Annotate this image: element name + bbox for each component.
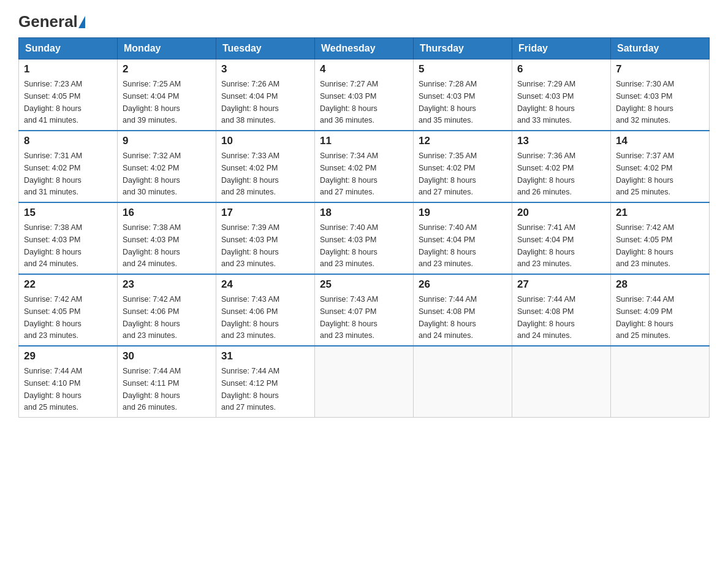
calendar-cell: 14 Sunrise: 7:37 AM Sunset: 4:02 PM Dayl… (611, 131, 710, 202)
day-number: 13 (517, 135, 605, 147)
calendar-cell: 29 Sunrise: 7:44 AM Sunset: 4:10 PM Dayl… (19, 346, 118, 418)
day-number: 12 (419, 135, 507, 147)
day-info: Sunrise: 7:43 AM Sunset: 4:06 PM Dayligh… (221, 295, 279, 340)
day-number: 21 (616, 207, 704, 219)
calendar-cell: 27 Sunrise: 7:44 AM Sunset: 4:08 PM Dayl… (512, 274, 611, 346)
weekday-header-saturday: Saturday (611, 38, 710, 59)
day-number: 8 (24, 135, 112, 147)
day-info: Sunrise: 7:44 AM Sunset: 4:08 PM Dayligh… (419, 295, 477, 340)
day-info: Sunrise: 7:40 AM Sunset: 4:04 PM Dayligh… (419, 223, 477, 268)
day-number: 1 (24, 63, 112, 75)
calendar-cell: 23 Sunrise: 7:42 AM Sunset: 4:06 PM Dayl… (118, 274, 216, 346)
weekday-header-wednesday: Wednesday (315, 38, 414, 59)
calendar-cell: 28 Sunrise: 7:44 AM Sunset: 4:09 PM Dayl… (611, 274, 710, 346)
day-number: 27 (517, 278, 605, 291)
day-number: 9 (123, 135, 211, 147)
day-info: Sunrise: 7:44 AM Sunset: 4:09 PM Dayligh… (616, 295, 674, 340)
day-number: 5 (419, 63, 507, 75)
day-info: Sunrise: 7:44 AM Sunset: 4:10 PM Dayligh… (24, 367, 82, 412)
day-info: Sunrise: 7:28 AM Sunset: 4:03 PM Dayligh… (419, 80, 477, 124)
calendar-cell (414, 346, 512, 418)
day-number: 11 (320, 135, 408, 147)
logo: General (18, 12, 86, 31)
day-number: 17 (221, 207, 309, 219)
calendar-cell (315, 346, 414, 418)
day-info: Sunrise: 7:43 AM Sunset: 4:07 PM Dayligh… (320, 295, 378, 340)
weekday-header-tuesday: Tuesday (216, 38, 315, 59)
day-info: Sunrise: 7:40 AM Sunset: 4:03 PM Dayligh… (320, 223, 378, 268)
day-info: Sunrise: 7:26 AM Sunset: 4:04 PM Dayligh… (221, 80, 279, 124)
day-number: 3 (221, 63, 309, 75)
calendar-cell: 25 Sunrise: 7:43 AM Sunset: 4:07 PM Dayl… (315, 274, 414, 346)
day-info: Sunrise: 7:38 AM Sunset: 4:03 PM Dayligh… (123, 223, 181, 268)
calendar-week-3: 15 Sunrise: 7:38 AM Sunset: 4:03 PM Dayl… (19, 202, 710, 274)
weekday-header-monday: Monday (118, 38, 216, 59)
calendar-cell: 30 Sunrise: 7:44 AM Sunset: 4:11 PM Dayl… (118, 346, 216, 418)
calendar-cell: 26 Sunrise: 7:44 AM Sunset: 4:08 PM Dayl… (414, 274, 512, 346)
calendar-week-1: 1 Sunrise: 7:23 AM Sunset: 4:05 PM Dayli… (19, 59, 710, 131)
calendar-cell: 7 Sunrise: 7:30 AM Sunset: 4:03 PM Dayli… (611, 59, 710, 131)
calendar-cell: 19 Sunrise: 7:40 AM Sunset: 4:04 PM Dayl… (414, 202, 512, 274)
day-number: 19 (419, 207, 507, 219)
calendar-cell (611, 346, 710, 418)
calendar-cell: 20 Sunrise: 7:41 AM Sunset: 4:04 PM Dayl… (512, 202, 611, 274)
day-info: Sunrise: 7:33 AM Sunset: 4:02 PM Dayligh… (221, 151, 279, 196)
day-info: Sunrise: 7:36 AM Sunset: 4:02 PM Dayligh… (517, 151, 575, 196)
calendar-cell: 10 Sunrise: 7:33 AM Sunset: 4:02 PM Dayl… (216, 131, 315, 202)
day-info: Sunrise: 7:30 AM Sunset: 4:03 PM Dayligh… (616, 80, 674, 124)
calendar-cell: 16 Sunrise: 7:38 AM Sunset: 4:03 PM Dayl… (118, 202, 216, 274)
calendar-cell: 22 Sunrise: 7:42 AM Sunset: 4:05 PM Dayl… (19, 274, 118, 346)
day-info: Sunrise: 7:35 AM Sunset: 4:02 PM Dayligh… (419, 151, 477, 196)
day-info: Sunrise: 7:44 AM Sunset: 4:12 PM Dayligh… (221, 367, 279, 412)
day-number: 22 (24, 278, 112, 291)
day-number: 15 (24, 207, 112, 219)
day-number: 23 (123, 278, 211, 291)
day-info: Sunrise: 7:23 AM Sunset: 4:05 PM Dayligh… (24, 80, 82, 124)
calendar-header-row: SundayMondayTuesdayWednesdayThursdayFrid… (19, 38, 710, 59)
logo-general-text: General (18, 12, 78, 31)
calendar-cell: 5 Sunrise: 7:28 AM Sunset: 4:03 PM Dayli… (414, 59, 512, 131)
day-info: Sunrise: 7:37 AM Sunset: 4:02 PM Dayligh… (616, 151, 674, 196)
day-info: Sunrise: 7:31 AM Sunset: 4:02 PM Dayligh… (24, 151, 82, 196)
day-info: Sunrise: 7:32 AM Sunset: 4:02 PM Dayligh… (123, 151, 181, 196)
calendar-cell: 11 Sunrise: 7:34 AM Sunset: 4:02 PM Dayl… (315, 131, 414, 202)
day-info: Sunrise: 7:42 AM Sunset: 4:05 PM Dayligh… (616, 223, 674, 268)
page-header: General (18, 12, 710, 31)
calendar-cell: 8 Sunrise: 7:31 AM Sunset: 4:02 PM Dayli… (19, 131, 118, 202)
day-number: 24 (221, 278, 309, 291)
calendar-cell: 21 Sunrise: 7:42 AM Sunset: 4:05 PM Dayl… (611, 202, 710, 274)
weekday-header-thursday: Thursday (414, 38, 512, 59)
day-number: 20 (517, 207, 605, 219)
day-info: Sunrise: 7:34 AM Sunset: 4:02 PM Dayligh… (320, 151, 378, 196)
calendar-cell: 1 Sunrise: 7:23 AM Sunset: 4:05 PM Dayli… (19, 59, 118, 131)
calendar-cell (512, 346, 611, 418)
weekday-header-sunday: Sunday (19, 38, 118, 59)
day-number: 28 (616, 278, 704, 291)
day-number: 29 (24, 350, 112, 362)
calendar-cell: 31 Sunrise: 7:44 AM Sunset: 4:12 PM Dayl… (216, 346, 315, 418)
day-info: Sunrise: 7:44 AM Sunset: 4:11 PM Dayligh… (123, 367, 181, 412)
calendar-cell: 17 Sunrise: 7:39 AM Sunset: 4:03 PM Dayl… (216, 202, 315, 274)
day-info: Sunrise: 7:38 AM Sunset: 4:03 PM Dayligh… (24, 223, 82, 268)
calendar-week-2: 8 Sunrise: 7:31 AM Sunset: 4:02 PM Dayli… (19, 131, 710, 202)
day-number: 18 (320, 207, 408, 219)
day-info: Sunrise: 7:41 AM Sunset: 4:04 PM Dayligh… (517, 223, 575, 268)
day-number: 2 (123, 63, 211, 75)
day-info: Sunrise: 7:27 AM Sunset: 4:03 PM Dayligh… (320, 80, 378, 124)
day-info: Sunrise: 7:29 AM Sunset: 4:03 PM Dayligh… (517, 80, 575, 124)
day-number: 31 (221, 350, 309, 362)
calendar-cell: 3 Sunrise: 7:26 AM Sunset: 4:04 PM Dayli… (216, 59, 315, 131)
day-number: 14 (616, 135, 704, 147)
weekday-header-friday: Friday (512, 38, 611, 59)
calendar-cell: 4 Sunrise: 7:27 AM Sunset: 4:03 PM Dayli… (315, 59, 414, 131)
day-number: 16 (123, 207, 211, 219)
day-info: Sunrise: 7:39 AM Sunset: 4:03 PM Dayligh… (221, 223, 279, 268)
day-info: Sunrise: 7:44 AM Sunset: 4:08 PM Dayligh… (517, 295, 575, 340)
day-number: 6 (517, 63, 605, 75)
calendar-cell: 9 Sunrise: 7:32 AM Sunset: 4:02 PM Dayli… (118, 131, 216, 202)
day-number: 4 (320, 63, 408, 75)
calendar-cell: 18 Sunrise: 7:40 AM Sunset: 4:03 PM Dayl… (315, 202, 414, 274)
calendar-cell: 24 Sunrise: 7:43 AM Sunset: 4:06 PM Dayl… (216, 274, 315, 346)
day-number: 7 (616, 63, 704, 75)
day-info: Sunrise: 7:42 AM Sunset: 4:06 PM Dayligh… (123, 295, 181, 340)
